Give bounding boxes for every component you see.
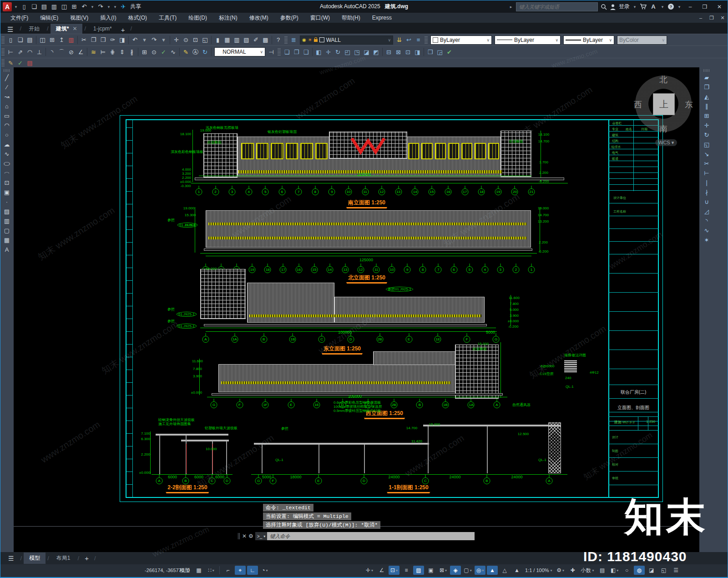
lock-ui-toggle[interactable]: ◧▾ [609,566,620,575]
menu-工具(T)[interactable]: 工具(T) [153,13,182,23]
search-icon[interactable] [601,4,607,10]
close-button[interactable]: ✕ [713,4,725,10]
toolbar-grip[interactable] [425,36,428,44]
menu-帮助(H)[interactable]: 帮助(H) [336,13,366,23]
array-icon[interactable]: ⊞ [702,112,712,121]
save-reference-edits-icon[interactable]: ✓ [15,58,25,68]
join-icon[interactable]: ∪ [702,198,712,207]
workspace-toggle[interactable]: ⚙▾ [555,566,566,575]
doc-minimize-button[interactable]: – [695,15,706,21]
multiline-text-icon[interactable]: A [2,245,12,254]
share-button[interactable]: 共享 [130,3,141,10]
circle-icon[interactable]: ○ [2,131,12,140]
combo-dimstyle-combo[interactable]: NORMAL∨ [214,47,265,56]
3d-object-snap-toggle[interactable]: ⊠▾ [438,566,449,575]
dynamic-input-toggle[interactable]: ⌖ [235,566,246,575]
redo-caret-icon[interactable]: ▾ [159,35,168,45]
ortho-mode-toggle[interactable]: ∟ [247,566,258,575]
undo-caret-icon[interactable]: ▾ [140,35,149,45]
dim-edit-icon[interactable]: ✎ [181,47,191,57]
interference-check-icon[interactable]: ✔ [445,47,454,57]
hardware-acceleration-toggle[interactable]: ◪ [646,566,657,575]
rotate-icon[interactable]: ↻ [702,131,712,140]
dim-text-edit-icon[interactable]: Ⓐ [191,47,200,57]
ellipse-arc-icon[interactable]: ◠ [2,169,12,178]
viewcube-east[interactable]: 东 [685,99,693,110]
annotation-flag-toggle[interactable]: ▲ [511,566,522,575]
menu-编辑(E)[interactable]: 编辑(E) [34,13,64,23]
graphics-performance-toggle[interactable]: ◍ [634,566,645,575]
open-icon[interactable]: ❏ [15,35,25,45]
gradient-icon[interactable]: ▥ [2,217,12,226]
3d-move-icon[interactable]: ✛ [324,47,333,57]
autodesk-caret-icon[interactable]: ▾ [660,5,665,9]
maximize-button[interactable]: ❒ [699,4,711,10]
menu-标注(N)[interactable]: 标注(N) [213,13,243,23]
snap-mode-toggle[interactable]: ∷▾ [206,566,217,575]
isodraft-toggle[interactable]: ∠ [376,566,387,575]
dim-break-icon[interactable]: ∦ [127,47,136,57]
clean-screen-toggle[interactable]: ◱ [658,566,669,575]
dim-diameter-icon[interactable]: ⊘ [66,47,76,57]
layer-combo-caret-icon[interactable]: ∨ [388,38,391,42]
stretch-icon[interactable]: ↘ [702,150,712,159]
quickcalc-icon[interactable]: ▩ [261,35,270,45]
drawing-canvas[interactable]: 会签栏专业姓名日期建筑结构给排水电气暖通设计单位工程名称联合厂房(二)立面图、剖… [14,67,699,552]
undo-icon[interactable]: ↶ [130,35,140,45]
layer-states-icon[interactable]: ≡ [414,35,423,45]
dim-aligned-icon[interactable]: ⇗ [15,47,25,57]
search-box[interactable] [516,2,598,11]
tab-1-jcpm*[interactable]: 1-jcpm* [88,24,117,34]
dim-radius-icon[interactable]: ◝ [47,47,57,57]
tab-model[interactable]: 模型 [24,553,46,564]
save-as-icon[interactable]: ▥ [50,3,58,10]
minimize-button[interactable]: – [684,4,696,10]
close-reference-icon[interactable]: ▤ [25,58,35,68]
user-icon[interactable] [610,4,616,10]
doc-restore-button[interactable]: ❐ [706,15,717,21]
menu-Express[interactable]: Express [366,13,398,23]
redo-icon[interactable]: ↷ [96,3,105,10]
dim-arc-length-icon[interactable]: ◠ [25,47,35,57]
point-icon[interactable]: ∙ [2,198,12,207]
spline-icon[interactable]: ∿ [2,150,12,159]
combo-lineweight-combo[interactable]: ByLayer∨ [563,35,614,45]
publish-icon[interactable]: ↥ [57,35,66,45]
object-snap-toggle[interactable]: ⊡▾ [389,566,399,575]
break-icon[interactable]: ∤ [702,188,712,197]
fillet-icon[interactable]: ◝ [702,217,712,226]
paste-clip-icon[interactable]: ❒ [98,35,108,45]
polyline-icon[interactable]: ↝ [2,92,12,101]
transparency-toggle[interactable]: ▨ [413,566,424,575]
layer-previous-icon[interactable]: ↩ [404,35,414,45]
convert-to-solid-icon[interactable]: ❒ [425,47,435,57]
copy-icon[interactable]: ❐ [702,83,712,92]
doc-close-button[interactable]: ✕ [717,15,728,21]
make-object-layer-current-icon[interactable]: ⇊ [394,35,404,45]
thicken-icon[interactable]: ◩ [371,47,381,57]
dynamic-ucs-toggle[interactable]: ◈ [450,566,461,575]
infer-constraints-toggle[interactable]: ⌐ [222,566,233,575]
extrude-icon[interactable]: ⊟ [384,47,394,57]
rectangle-icon[interactable]: ▭ [2,112,12,121]
solid-subtract-icon[interactable]: ❐ [292,47,301,57]
tolerance-icon[interactable]: ⊞ [140,47,149,57]
ellipse-icon[interactable]: ◯ [2,159,12,168]
lineweight-combo-caret-icon[interactable]: ∨ [609,38,612,42]
annotation-visibility-toggle[interactable]: ▲ [487,566,498,575]
grid-display-toggle[interactable]: ▦ [193,566,204,575]
polygon-icon[interactable]: ⌂ [2,102,12,111]
zoom-realtime-icon[interactable]: ⊙ [181,35,191,45]
polar-tracking-toggle[interactable]: ◔▾ [259,566,270,575]
hatch-icon[interactable]: ▨ [2,207,12,216]
plotstyle-combo-caret-icon[interactable]: ∨ [662,38,665,42]
combo-color-combo[interactable]: ByLayer∨ [430,35,492,45]
command-close-icon[interactable]: ✕ [242,533,247,539]
show-lineweight-toggle[interactable]: ≡ [401,566,412,575]
viewcube-west[interactable]: 西 [634,99,642,110]
menu-视图(V)[interactable]: 视图(V) [64,13,94,23]
redo-icon[interactable]: ↷ [149,35,159,45]
sign-in-button[interactable]: 登录 [619,3,630,10]
toolbar-grip[interactable] [4,69,10,72]
tool-palettes-icon[interactable]: ▥ [232,35,242,45]
